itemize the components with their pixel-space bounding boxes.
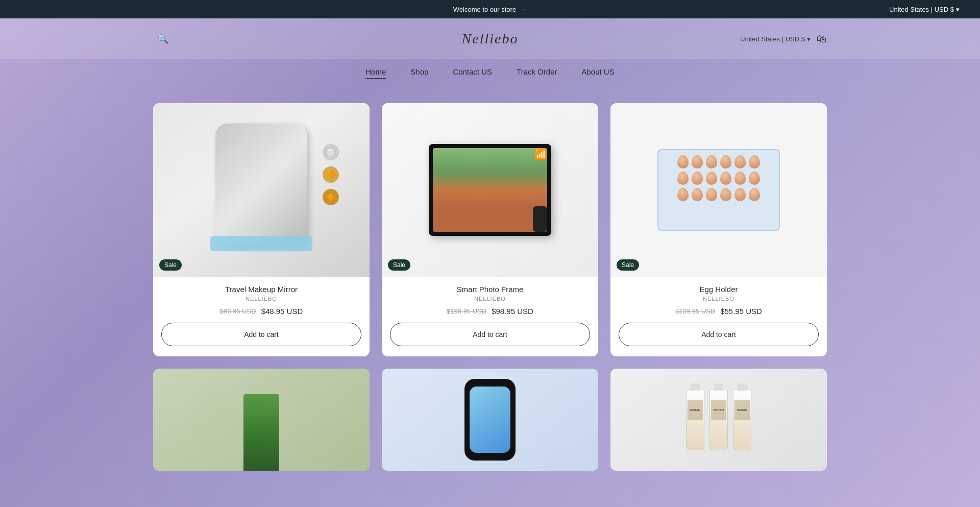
country-selector-header[interactable]: United States | USD $ ▾ bbox=[740, 35, 811, 43]
bottle-3: MONIN bbox=[733, 389, 751, 450]
frame-screen bbox=[433, 148, 547, 232]
sale-badge-egg: Sale bbox=[617, 259, 639, 271]
welcome-label: Welcome to our store bbox=[453, 6, 516, 13]
nav-track-order[interactable]: Track Order bbox=[517, 67, 557, 79]
egg-15 bbox=[706, 188, 717, 201]
nav-contact[interactable]: Contact US bbox=[453, 67, 492, 79]
main-content: ⚪ 🔶 🔶 Sale Travel Makeup Mirror NELLIEBO… bbox=[0, 83, 980, 491]
country-selector-top[interactable]: United States | USD $ ▾ bbox=[889, 6, 960, 13]
product-grid: ⚪ 🔶 🔶 Sale Travel Makeup Mirror NELLIEBO… bbox=[153, 103, 827, 356]
sale-badge-mirror: Sale bbox=[159, 259, 182, 271]
egg-3 bbox=[706, 155, 717, 168]
sale-badge-frame: Sale bbox=[388, 259, 410, 271]
product-image-egg: Sale bbox=[610, 103, 827, 277]
price-original-frame: $198.95 USD bbox=[447, 307, 486, 315]
search-icon: 🔍 bbox=[157, 34, 168, 44]
bottle-2: MONIN bbox=[709, 389, 728, 450]
main-nav: Home Shop Contact US Track Order About U… bbox=[0, 59, 980, 83]
egg-row-2 bbox=[664, 172, 774, 185]
phone-screen bbox=[470, 387, 510, 453]
product-grid-partial: MONIN MONIN MONIN bbox=[153, 369, 827, 471]
product-name-mirror: Travel Makeup Mirror bbox=[161, 285, 361, 294]
egg-18 bbox=[749, 188, 760, 201]
product-card-egg: Sale Egg Holder NELLIEBO $109.95 USD $55… bbox=[610, 103, 827, 356]
egg-14 bbox=[692, 188, 703, 201]
welcome-text[interactable]: Welcome to our store → bbox=[453, 6, 527, 13]
product-vendor-egg: NELLIEBO bbox=[619, 296, 819, 302]
cart-icon: 🛍 bbox=[817, 33, 827, 44]
search-button[interactable]: 🔍 bbox=[153, 29, 173, 49]
egg-holder-visual bbox=[657, 149, 780, 231]
egg-2 bbox=[692, 155, 703, 168]
product-vendor-mirror: NELLIEBO bbox=[161, 296, 361, 302]
nav-shop[interactable]: Shop bbox=[410, 67, 428, 79]
phone-visual bbox=[464, 379, 516, 461]
add-to-cart-frame[interactable]: Add to cart bbox=[390, 323, 590, 346]
cart-button[interactable]: 🛍 bbox=[817, 33, 827, 45]
egg-6 bbox=[749, 155, 760, 168]
add-to-cart-mirror[interactable]: Add to cart bbox=[161, 323, 361, 346]
egg-10 bbox=[720, 172, 731, 185]
country-label-header: United States | USD $ bbox=[740, 35, 805, 43]
product-price-frame: $198.95 USD $98.95 USD bbox=[390, 307, 590, 316]
add-to-cart-egg[interactable]: Add to cart bbox=[619, 323, 819, 346]
mirror-icon-3: 🔶 bbox=[323, 189, 339, 205]
price-sale-mirror: $48.95 USD bbox=[261, 307, 303, 316]
egg-7 bbox=[677, 172, 689, 185]
egg-17 bbox=[734, 188, 746, 201]
product-name-frame: Smart Photo Frame bbox=[390, 285, 590, 294]
egg-8 bbox=[692, 172, 703, 185]
product-price-mirror: $96.95 USD $48.95 USD bbox=[161, 307, 361, 316]
mirror-icon-1: ⚪ bbox=[323, 144, 339, 160]
country-label-top: United States | USD $ bbox=[889, 6, 954, 13]
product-info-mirror: Travel Makeup Mirror NELLIEBO $96.95 USD… bbox=[153, 277, 370, 356]
egg-16 bbox=[720, 188, 731, 201]
price-original-egg: $109.95 USD bbox=[675, 307, 715, 315]
chevron-down-icon: ▾ bbox=[956, 6, 960, 13]
product-info-frame: Smart Photo Frame NELLIEBO $198.95 USD $… bbox=[382, 277, 598, 356]
site-logo[interactable]: Nelliebo bbox=[462, 31, 519, 47]
price-sale-egg: $55.95 USD bbox=[720, 307, 762, 316]
header: 🔍 Nelliebo United States | USD $ ▾ 🛍 bbox=[0, 18, 980, 59]
price-sale-frame: $98.95 USD bbox=[492, 307, 533, 316]
frame-people bbox=[433, 148, 547, 232]
bottle-1: MONIN bbox=[686, 389, 704, 450]
egg-13 bbox=[677, 188, 689, 201]
product-image-mirror: ⚪ 🔶 🔶 Sale bbox=[153, 103, 370, 277]
nav-about[interactable]: About US bbox=[582, 67, 615, 79]
header-right: United States | USD $ ▾ 🛍 bbox=[740, 33, 827, 45]
mirror-icon-2: 🔶 bbox=[323, 166, 339, 183]
product-vendor-frame: NELLIEBO bbox=[390, 296, 590, 302]
product-price-egg: $109.95 USD $55.95 USD bbox=[619, 307, 819, 316]
product-name-egg: Egg Holder bbox=[619, 285, 819, 294]
mirror-base bbox=[210, 236, 312, 251]
egg-12 bbox=[749, 172, 760, 185]
nav-home[interactable]: Home bbox=[365, 67, 386, 79]
plant-visual bbox=[243, 394, 279, 471]
welcome-arrow: → bbox=[520, 6, 527, 13]
product-info-egg: Egg Holder NELLIEBO $109.95 USD $55.95 U… bbox=[610, 277, 827, 356]
price-original-mirror: $96.95 USD bbox=[220, 307, 256, 315]
egg-row-3 bbox=[664, 188, 774, 201]
announcement-bar: Welcome to our store → United States | U… bbox=[0, 0, 980, 18]
egg-9 bbox=[706, 172, 717, 185]
product-card-frame: 📶 Sale Smart Photo Frame NELLIEBO $198.9… bbox=[382, 103, 598, 356]
header-left: 🔍 bbox=[153, 29, 173, 49]
product-card-phone bbox=[382, 369, 598, 471]
egg-row-1 bbox=[664, 155, 774, 168]
chevron-down-icon-header: ▾ bbox=[807, 35, 811, 43]
product-card-plant bbox=[153, 369, 370, 471]
mirror-visual bbox=[215, 124, 307, 246]
egg-1 bbox=[677, 155, 689, 168]
mirror-icons: ⚪ 🔶 🔶 bbox=[323, 144, 339, 205]
phone-badge bbox=[533, 206, 547, 232]
egg-4 bbox=[720, 155, 731, 168]
egg-5 bbox=[734, 155, 746, 168]
frame-visual: 📶 bbox=[429, 144, 551, 236]
product-image-frame: 📶 Sale bbox=[382, 103, 598, 277]
egg-11 bbox=[734, 172, 746, 185]
wifi-icon: 📶 bbox=[534, 148, 547, 160]
product-card-bottles: MONIN MONIN MONIN bbox=[610, 369, 827, 471]
product-card-mirror: ⚪ 🔶 🔶 Sale Travel Makeup Mirror NELLIEBO… bbox=[153, 103, 370, 356]
